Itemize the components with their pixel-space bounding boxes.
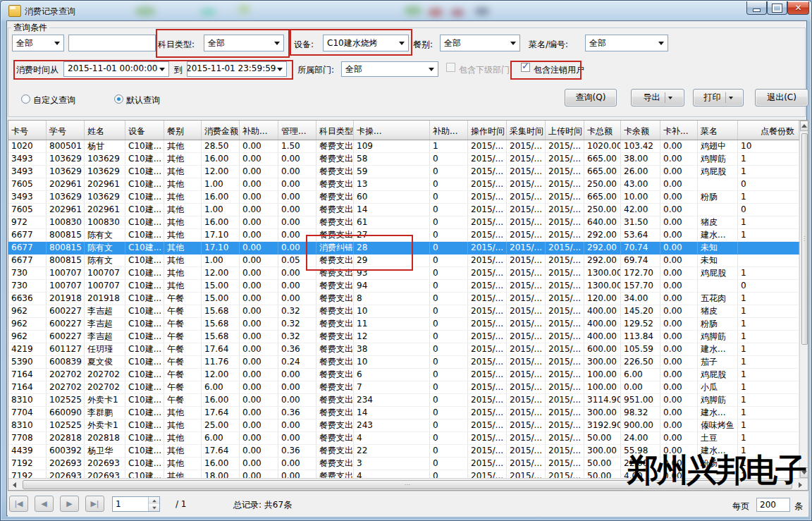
vertical-scroll-thumb[interactable]: ⋮ [801,133,808,345]
cell: 300.00 [584,445,621,458]
minimize-button[interactable] [746,1,767,15]
default-query-radio[interactable] [114,94,123,104]
table-row[interactable]: 3493103629103629C10建...其他12.000.000.00餐费… [8,166,799,178]
column-header[interactable]: 消费金额 [202,121,240,140]
column-header[interactable]: 卡操... [354,121,430,140]
page-number-spinner[interactable]: 1 [112,496,160,512]
print-button[interactable]: 打印 [693,89,744,106]
table-row[interactable]: 962600227李吉超C10建...午餐15.680.000.32餐费支出11… [8,318,799,331]
per-page-input[interactable]: 200 [756,498,790,512]
column-header[interactable]: 点餐份数 [738,121,799,140]
cell: 餐费支出 [316,470,354,478]
cell: 0.00 [278,394,316,407]
table-row[interactable]: 6636201918201918C10建...午餐15.000.000.00餐费… [8,293,799,305]
cell: 餐费支出 [316,255,354,267]
last-page-button[interactable]: ▶| [85,496,104,512]
column-header[interactable]: 设备 [125,121,164,140]
column-header[interactable]: 卡总额 [584,121,621,140]
table-row[interactable]: 730100707100707C10建...其他12.000.000.00餐费支… [8,267,799,280]
column-header[interactable]: 科目类型 [316,121,354,140]
cell: 0 [430,369,468,381]
table-row[interactable]: 972100830100830C10建...其他16.000.000.00餐费支… [8,216,799,229]
table-row[interactable]: 7708202818202818C10建...其他6.000.000.00餐费支… [8,432,799,445]
card-type-combobox[interactable]: 全部 [12,35,64,51]
column-header[interactable]: 姓名 [85,121,125,140]
column-header[interactable]: 菜名 [698,121,738,140]
previous-page-button[interactable]: ◀ [35,496,54,512]
search-input[interactable] [68,35,156,51]
table-row[interactable]: 730100707100707C10建...其他15.000.000.00餐费支… [8,280,799,293]
cell: 100707 [85,267,125,280]
meal-combobox[interactable]: 全部 [440,35,520,51]
close-button[interactable]: ✕ [787,1,809,15]
department-combobox[interactable]: 全部 [341,61,438,77]
cell: 28.50 [202,140,240,153]
next-page-button[interactable]: ▶ [60,496,79,512]
per-page-label: 每页 [732,501,749,513]
table-row[interactable]: 3493103629103629C10建...其他16.000.000.00餐费… [8,191,799,204]
time-from-combobox[interactable]: 2015-11-01 00:00:00 [63,61,169,77]
exit-button[interactable]: 退出(C) [755,89,808,106]
column-header[interactable]: 餐别 [164,121,202,140]
first-page-button[interactable]: |◀ [9,496,28,512]
cell: 0 [430,445,468,458]
column-header[interactable]: 学号 [47,121,85,140]
table-row[interactable]: 962600227李吉超C10建...午餐15.680.000.32餐费支出12… [8,331,799,343]
spinner-down-button[interactable] [149,504,159,511]
table-row[interactable]: 5390600839夏文俊C10建...午餐11.760.000.24餐费支出1… [8,356,799,369]
cell: 16.00 [202,153,240,166]
column-header[interactable]: 卡号 [8,121,47,140]
time-to-combobox[interactable]: 2015-11-01 23:59:59 [187,61,287,77]
query-button[interactable]: 查询(Q) [565,89,617,106]
table-row[interactable]: 4219601127任玥瑾C10建...午餐17.640.000.36餐费支出3… [8,343,799,356]
vertical-scrollbar[interactable]: ⋮ [799,121,808,478]
column-header[interactable]: 补助... [240,121,278,140]
table-row[interactable]: 6677800815陈有文C10建...其他1.000.000.05餐费支出29… [8,255,799,267]
spinner-up-button[interactable] [149,497,159,504]
table-row[interactable]: 7704660090李群鹏C10建...其他17.640.000.36餐费支出1… [8,407,799,419]
table-row[interactable]: 7164202702202702C10建...午餐12.000.000.00餐费… [8,369,799,381]
cell: 12.00 [202,267,240,280]
table-row[interactable]: 6677800815陈有文C10建...其他17.100.000.00餐费支出2… [8,229,799,242]
cell: 0.00 [240,458,278,470]
column-header[interactable]: 卡补... [660,121,698,140]
table-row[interactable]: 8310102525外卖卡1C10建...其他25.000.000.00餐费支出… [8,419,799,432]
column-header[interactable]: 补助... [430,121,468,140]
subject-type-combobox[interactable]: 全部 [204,35,284,51]
cell: 600227 [47,305,85,318]
scroll-up-button[interactable] [800,121,808,131]
cell: 7164 [8,381,47,394]
table-row[interactable]: 6677800815陈有文C10建...其他17.100.000.00消费纠错2… [8,242,799,255]
cell: 120.00 [584,293,621,305]
cell: 15.00 [202,293,240,305]
dish-combobox[interactable]: 全部 [585,35,668,51]
spinner-arrows[interactable] [148,497,159,511]
include-cancelled-users-checkbox[interactable]: ✓ [521,63,530,72]
column-header[interactable]: 上传时间 [546,121,584,140]
title-bar[interactable]: 消费记录查询 ✕ [1,1,811,20]
device-combobox[interactable]: C10建水烧烤 [323,35,409,51]
table-row[interactable]: 962600227李吉超C10建...午餐15.680.000.32餐费支出10… [8,305,799,318]
column-header[interactable]: 操作时间 [468,121,507,140]
include-sub-department-checkbox[interactable] [446,63,455,72]
cell: 4439 [8,445,47,458]
column-header[interactable]: 卡余额 [621,121,660,140]
cell: 0.00 [660,293,698,305]
export-button[interactable]: 导出 [631,89,684,106]
cell: 1020.00 [584,140,621,153]
custom-query-radio[interactable] [21,94,30,104]
exit-button-label: 退出(C) [767,92,796,104]
table-row[interactable]: 1020800501杨甘C10建...其他28.500.001.50餐费支出10… [8,140,799,153]
table-row[interactable]: 8310102525外卖卡1C10建...午餐16.000.000.00餐费支出… [8,394,799,407]
table-row[interactable]: 3493103629103629C10建...其他16.000.000.00餐费… [8,153,799,166]
column-header[interactable]: 管理... [278,121,316,140]
cell: 2015/... [507,331,546,343]
scroll-left-button[interactable] [8,479,20,491]
table-row[interactable]: 7605202961202961C10建...其他1.000.000.00餐费支… [8,204,799,216]
maximize-button[interactable] [767,1,787,15]
cell: 0 [430,305,468,318]
column-header[interactable]: 采集时间 [507,121,546,140]
table-row[interactable]: 7164202702202702C10建...午餐6.000.000.00餐费支… [8,381,799,394]
cell: 餐费支出 [316,407,354,419]
table-row[interactable]: 7605202961202961C10建...其他1.000.000.00餐费支… [8,178,799,191]
